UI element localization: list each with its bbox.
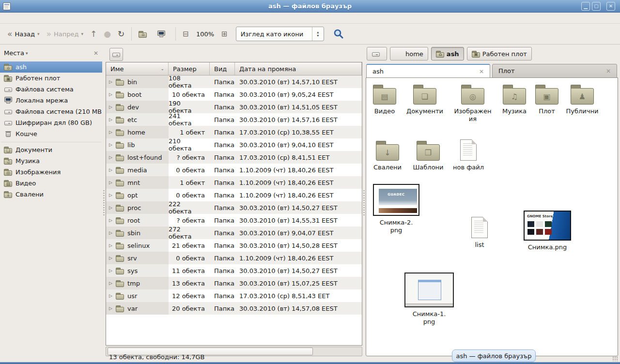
table-row[interactable]: ▷ sbin 272 обекта Папка 30.03.2010 (вт) … (106, 227, 362, 239)
filesystem-root-button[interactable] (109, 48, 123, 61)
home-button[interactable]: ⌂ (135, 29, 154, 40)
table-row[interactable]: ▷ usr 12 обекта Папка 17.03.2010 (ср) 8,… (106, 289, 362, 302)
file-icon-item[interactable]: Снимка-1. png (403, 273, 456, 325)
table-row[interactable]: ▷ sys 11 обекта Папка 30.03.2010 (вт) 14… (106, 264, 362, 277)
sidebar-close-icon[interactable]: ✕ (93, 50, 98, 57)
file-icon-item[interactable]: нов файл (442, 138, 495, 171)
stop-button[interactable]: ● (100, 28, 114, 40)
expander-icon[interactable]: ▷ (109, 205, 116, 210)
table-row[interactable]: ▷ proc 222 обекта Папка 30.03.2010 (вт) … (106, 201, 362, 214)
table-row[interactable]: ▷ opt 0 обекта Папка 1.10.2009 (чт) 18,4… (106, 189, 362, 201)
column-header-size[interactable]: Размер (169, 62, 210, 75)
resize-grip[interactable] (612, 356, 618, 361)
breadcrumb-button[interactable]: home (390, 47, 428, 61)
tab[interactable]: ash ✕ (366, 64, 490, 78)
sidebar-item[interactable]: ▤ Видео (0, 178, 102, 189)
table-row[interactable]: ▷ tmp 13 обекта Папка 30.03.2010 (вт) 15… (106, 277, 362, 289)
tab-close-icon[interactable]: ✕ (606, 68, 611, 75)
expander-icon[interactable]: ▷ (109, 142, 116, 147)
sidebar-title[interactable]: Места (4, 49, 26, 57)
expander-icon[interactable]: ▷ (109, 167, 116, 172)
back-button[interactable]: « Назад ▾ (4, 28, 43, 40)
menu-item[interactable] (12, 17, 21, 19)
expander-icon[interactable]: ▷ (109, 230, 116, 235)
sidebar-combo-chevron-icon[interactable]: ▾ (26, 51, 93, 56)
file-icon-item[interactable]: list (453, 216, 506, 249)
expander-icon[interactable]: ▷ (109, 117, 116, 122)
breadcrumb-button[interactable]: ⌂ ash (431, 47, 464, 61)
table-row[interactable]: ▷ media 0 обекта Папка 1.10.2009 (чт) 18… (106, 164, 362, 176)
sidebar-item[interactable] (0, 139, 102, 144)
menu-item[interactable] (2, 17, 12, 19)
search-button[interactable] (330, 27, 347, 41)
table-row[interactable]: ▷ var 20 обекта Папка 30.03.2010 (вт) 14… (106, 302, 362, 315)
expander-icon[interactable]: ▷ (109, 92, 116, 97)
menu-item[interactable] (31, 17, 41, 19)
combo-spinner-icon[interactable]: ▴▾ (312, 27, 324, 41)
expander-icon[interactable]: ▷ (109, 256, 116, 260)
column-header-type[interactable]: Вид (210, 62, 235, 75)
table-row[interactable]: ▷ bin 108 обекта Папка 30.03.2010 (вт) 1… (106, 76, 362, 88)
column-header-date[interactable]: Дата на промяна (235, 62, 362, 75)
expander-icon[interactable]: ▷ (109, 155, 116, 160)
sidebar-item[interactable]: ▣ Работен плот (0, 73, 102, 84)
table-row[interactable]: ▷ boot 10 обекта Папка 30.03.2010 (вт) 9… (106, 88, 362, 101)
expander-icon[interactable]: ▷ (109, 306, 116, 311)
breadcrumb-button[interactable]: ▣ Работен плот (467, 47, 532, 61)
tab[interactable]: Плот ✕ (492, 64, 617, 78)
titlebar[interactable]: ash — файлов браузър ▁ ▢ ✕ (0, 0, 620, 13)
expander-icon[interactable]: ▷ (109, 105, 116, 109)
sidebar-item[interactable]: Локална мрежа (0, 95, 102, 106)
sidebar-item[interactable]: ♫ Музика (0, 155, 102, 167)
breadcrumb-button[interactable] (367, 47, 387, 61)
menu-item[interactable] (50, 17, 60, 19)
file-icon-item[interactable]: ❏ Документи (398, 83, 451, 115)
table-row[interactable]: ▷ selinux 21 обекта Папка 30.03.2010 (вт… (106, 239, 362, 252)
close-button[interactable]: ✕ (606, 2, 615, 11)
expander-icon[interactable]: ▷ (109, 243, 116, 248)
sidebar-item[interactable]: ❏ Документи (0, 144, 102, 155)
computer-button[interactable] (154, 29, 172, 40)
maximize-button[interactable]: ▢ (592, 2, 601, 11)
sidebar-item[interactable]: ⌂ ash (0, 61, 102, 73)
table-row[interactable]: ▷ home 1 обект Папка 17.03.2010 (ср) 10,… (106, 126, 362, 138)
tab-close-icon[interactable]: ✕ (479, 68, 484, 75)
menu-item[interactable] (41, 17, 50, 19)
up-button[interactable]: ↑ (87, 28, 100, 40)
expander-icon[interactable]: ▷ (109, 130, 116, 135)
file-icon-item[interactable]: GUADEC Снимка-2. png (370, 184, 423, 234)
reload-button[interactable]: ↻ (114, 28, 128, 40)
expander-icon[interactable]: ▷ (109, 193, 116, 197)
menu-item[interactable] (21, 17, 31, 19)
table-row[interactable]: ▷ mnt 1 обект Папка 1.10.2009 (чт) 18,40… (106, 176, 362, 189)
sidebar-item[interactable]: Файлова система (0, 84, 102, 95)
table-row[interactable]: ▷ lost+found ? обекта Папка 17.03.2010 (… (106, 151, 362, 164)
table-row[interactable]: ▷ root ? обекта Папка 30.03.2010 (вт) 14… (106, 214, 362, 227)
file-icon-item[interactable]: ♟ Публични (556, 83, 609, 115)
pane-splitter[interactable] (102, 45, 106, 357)
forward-button[interactable]: » Напред ▾ (43, 28, 87, 40)
sidebar-item[interactable]: Кошче (0, 128, 102, 139)
table-row[interactable]: ▷ etc 241 обекта Папка 30.03.2010 (вт) 1… (106, 113, 362, 126)
minimize-button[interactable]: ▁ (581, 2, 590, 11)
expander-icon[interactable]: ▷ (109, 281, 116, 286)
view-mode-combobox[interactable]: Изглед като икони ▴▾ (236, 27, 324, 41)
table-row[interactable]: ▷ srv 0 обекта Папка 1.10.2009 (чт) 18,4… (106, 252, 362, 264)
table-row[interactable]: ▷ lib 210 обекта Папка 30.03.2010 (вт) 9… (106, 138, 362, 151)
zoom-in-button[interactable]: ⊞ (218, 28, 231, 40)
column-header-name[interactable]: Име ⌄ (106, 62, 169, 75)
back-history-chevron-icon[interactable]: ▾ (37, 31, 40, 36)
sidebar-item[interactable]: Файлова система (210 MB) (0, 106, 102, 117)
file-icon-item[interactable]: GNOME Store Снимка.png (521, 211, 574, 251)
zoom-out-button[interactable]: ⊟ (179, 28, 192, 40)
sidebar-item[interactable]: ◎ Изображения (0, 167, 102, 178)
expander-icon[interactable]: ▷ (109, 218, 116, 223)
sidebar-item[interactable]: ↓ Свалени (0, 189, 102, 200)
expander-icon[interactable]: ▷ (109, 79, 116, 84)
expander-icon[interactable]: ▷ (109, 180, 116, 185)
expander-icon[interactable]: ▷ (109, 293, 116, 298)
sidebar-item[interactable]: Шифриран дял (80 GB) (0, 117, 102, 128)
taskbar-window-button[interactable]: ash — файлов браузър (452, 349, 536, 362)
expander-icon[interactable]: ▷ (109, 268, 116, 273)
table-row[interactable]: ▷ dev 190 обекта Папка 30.03.2010 (вт) 1… (106, 101, 362, 113)
